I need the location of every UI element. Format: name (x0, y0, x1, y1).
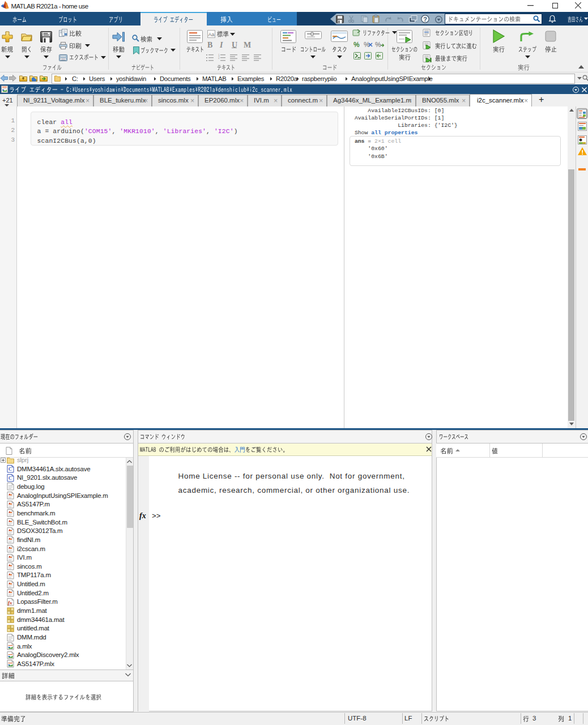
svg-text:C: C (8, 467, 12, 472)
svg-text:%: % (353, 41, 360, 48)
svg-text:2: 2 (218, 56, 220, 59)
svg-text:fx: fx (8, 599, 12, 605)
svg-text:C: C (8, 476, 12, 481)
svg-text:Aa: Aa (208, 32, 214, 37)
svg-text:%: % (375, 41, 381, 48)
svg-text:?: ? (423, 16, 427, 23)
svg-text:%: % (364, 41, 370, 48)
